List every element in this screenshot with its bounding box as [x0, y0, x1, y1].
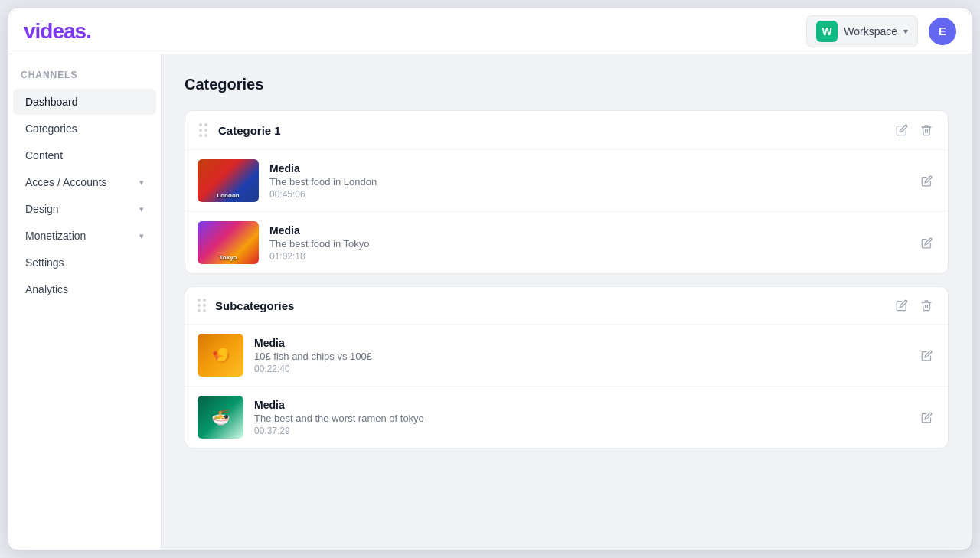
- media-type-label: Media: [270, 162, 907, 175]
- media-description: 10£ fish and chips vs 100£: [254, 351, 907, 362]
- sidebar-item-label: Content: [25, 149, 63, 162]
- sidebar-item-label: Monetization: [25, 230, 86, 242]
- media-item-tokyo: Media The best food in Tokyo 01:02:18: [185, 212, 948, 273]
- sidebar-section-label: Channels: [8, 70, 161, 88]
- apps-grid-icon[interactable]: [773, 26, 795, 36]
- edit-media-tokyo-button[interactable]: [918, 236, 936, 250]
- workspace-label: Workspace: [844, 25, 897, 38]
- sidebar-item-categories[interactable]: Categories: [13, 116, 156, 142]
- sidebar-item-label: Analytics: [25, 283, 68, 295]
- sidebar-item-analytics[interactable]: Analytics: [13, 276, 156, 302]
- media-duration: 00:45:06: [270, 189, 907, 200]
- sidebar-item-dashboard[interactable]: Dashboard: [13, 89, 156, 115]
- category-name: Categorie 1: [218, 124, 884, 137]
- media-thumbnail-fish: [198, 334, 243, 377]
- body: Channels Dashboard Categories Content Ac…: [8, 54, 972, 550]
- subcategory-name: Subcategories: [215, 299, 884, 312]
- header-right: W Workspace ▾ E: [773, 15, 956, 47]
- media-duration: 00:37:29: [254, 426, 907, 436]
- app-window: videas. W Workspace ▾ E: [8, 8, 972, 550]
- edit-category-button[interactable]: [893, 122, 911, 138]
- sidebar: Channels Dashboard Categories Content Ac…: [8, 54, 162, 550]
- drag-handle-icon[interactable]: [198, 122, 209, 139]
- sidebar-item-label: Design: [25, 203, 59, 215]
- media-thumbnail-tokyo: [198, 221, 259, 264]
- media-thumbnail-london: [198, 159, 259, 202]
- media-item-fish-chips: Media 10£ fish and chips vs 100£ 00:22:4…: [185, 325, 948, 387]
- chevron-down-icon: ▾: [139, 204, 144, 214]
- media-description: The best food in Tokyo: [270, 238, 907, 250]
- media-duration: 01:02:18: [270, 251, 907, 262]
- user-avatar[interactable]: E: [929, 18, 956, 45]
- media-info-london: Media The best food in London 00:45:06: [270, 162, 907, 200]
- edit-subcategory-button[interactable]: [893, 298, 911, 313]
- subcategory-drag-handle-icon[interactable]: [198, 299, 206, 312]
- media-info-tokyo: Media The best food in Tokyo 01:02:18: [270, 224, 907, 262]
- workspace-chevron-icon: ▾: [903, 26, 908, 37]
- sidebar-item-label: Dashboard: [25, 96, 78, 108]
- media-type-label: Media: [254, 399, 907, 411]
- workspace-button[interactable]: W Workspace ▾: [806, 15, 918, 47]
- media-item-london: Media The best food in London 00:45:06: [185, 150, 948, 212]
- sidebar-item-content[interactable]: Content: [13, 142, 156, 168]
- media-duration: 00:22:40: [254, 364, 907, 374]
- app-logo: videas.: [24, 19, 91, 44]
- sidebar-item-label: Categories: [25, 122, 77, 135]
- delete-category-button[interactable]: [917, 122, 936, 138]
- page-title: Categories: [185, 76, 949, 93]
- sidebar-item-label: Settings: [25, 256, 64, 269]
- sidebar-item-acces-accounts[interactable]: Acces / Accounts ▾: [13, 169, 156, 195]
- category-actions: [893, 122, 936, 138]
- subcategory-block: Subcategories Media 10: [185, 286, 949, 449]
- sidebar-item-label: Acces / Accounts: [25, 176, 107, 188]
- edit-media-london-button[interactable]: [918, 174, 936, 188]
- media-info-fish: Media 10£ fish and chips vs 100£ 00:22:4…: [254, 337, 907, 374]
- media-type-label: Media: [270, 224, 907, 237]
- category-header-1: Categorie 1: [185, 111, 948, 150]
- media-info-ramen: Media The best and the worst ramen of to…: [254, 399, 907, 436]
- header: videas. W Workspace ▾ E: [8, 8, 972, 54]
- delete-subcategory-button[interactable]: [917, 298, 936, 313]
- sidebar-item-design[interactable]: Design ▾: [13, 196, 156, 222]
- media-description: The best food in London: [270, 176, 907, 188]
- chevron-down-icon: ▾: [139, 231, 144, 241]
- media-description: The best and the worst ramen of tokyo: [254, 413, 907, 424]
- edit-media-ramen-button[interactable]: [918, 410, 936, 425]
- chevron-down-icon: ▾: [139, 178, 144, 188]
- main-content: Categories Categorie 1: [162, 54, 972, 550]
- media-thumbnail-ramen: [198, 396, 243, 439]
- media-item-ramen: Media The best and the worst ramen of to…: [185, 387, 948, 448]
- subcategory-header: Subcategories: [185, 287, 948, 325]
- subcategory-actions: [893, 298, 936, 313]
- edit-media-fish-button[interactable]: [918, 348, 936, 363]
- sidebar-item-monetization[interactable]: Monetization ▾: [13, 223, 156, 249]
- media-type-label: Media: [254, 337, 907, 349]
- workspace-icon: W: [816, 21, 838, 42]
- category-block-1: Categorie 1 Media The: [185, 110, 949, 274]
- sidebar-item-settings[interactable]: Settings: [13, 250, 156, 276]
